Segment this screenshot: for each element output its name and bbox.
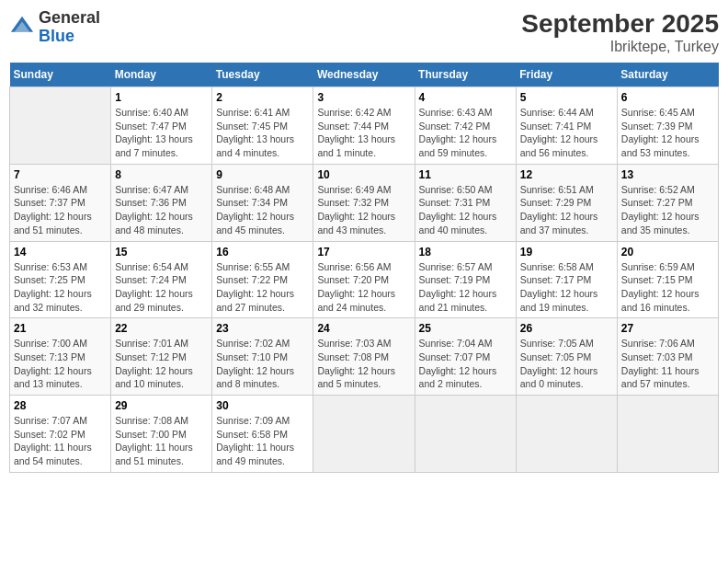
- weekday-header-sunday: Sunday: [10, 63, 111, 87]
- day-info: Sunrise: 7:00 AMSunset: 7:13 PMDaylight:…: [14, 337, 107, 391]
- day-info: Sunrise: 6:47 AMSunset: 7:36 PMDaylight:…: [115, 183, 208, 237]
- day-number: 6: [621, 91, 714, 104]
- weekday-header-saturday: Saturday: [617, 63, 718, 87]
- calendar-cell: 26Sunrise: 7:05 AMSunset: 7:05 PMDayligh…: [516, 318, 617, 396]
- day-number: 30: [216, 399, 309, 412]
- day-info: Sunrise: 6:46 AMSunset: 7:37 PMDaylight:…: [14, 183, 107, 237]
- calendar-cell: 22Sunrise: 7:01 AMSunset: 7:12 PMDayligh…: [111, 318, 212, 396]
- calendar-week-2: 7Sunrise: 6:46 AMSunset: 7:37 PMDaylight…: [10, 164, 719, 241]
- calendar-cell: 2Sunrise: 6:41 AMSunset: 7:45 PMDaylight…: [212, 87, 313, 165]
- weekday-header-friday: Friday: [516, 63, 617, 87]
- calendar-cell: 3Sunrise: 6:42 AMSunset: 7:44 PMDaylight…: [313, 87, 415, 165]
- day-info: Sunrise: 6:52 AMSunset: 7:27 PMDaylight:…: [621, 183, 714, 237]
- day-info: Sunrise: 6:58 AMSunset: 7:17 PMDaylight:…: [520, 260, 613, 315]
- calendar-cell: 6Sunrise: 6:45 AMSunset: 7:39 PMDaylight…: [617, 87, 718, 165]
- day-info: Sunrise: 6:51 AMSunset: 7:29 PMDaylight:…: [520, 183, 613, 237]
- day-number: 18: [419, 246, 512, 259]
- calendar-body: 1Sunrise: 6:40 AMSunset: 7:47 PMDaylight…: [10, 87, 719, 473]
- day-number: 27: [621, 322, 714, 335]
- day-info: Sunrise: 6:56 AMSunset: 7:20 PMDaylight:…: [317, 260, 410, 315]
- day-number: 28: [14, 399, 107, 412]
- calendar-week-1: 1Sunrise: 6:40 AMSunset: 7:47 PMDaylight…: [10, 87, 719, 165]
- calendar-cell: 8Sunrise: 6:47 AMSunset: 7:36 PMDaylight…: [111, 164, 212, 241]
- calendar-cell: 27Sunrise: 7:06 AMSunset: 7:03 PMDayligh…: [617, 318, 718, 396]
- weekday-header-tuesday: Tuesday: [212, 63, 313, 87]
- calendar-cell: 4Sunrise: 6:43 AMSunset: 7:42 PMDaylight…: [415, 87, 516, 165]
- calendar-week-4: 21Sunrise: 7:00 AMSunset: 7:13 PMDayligh…: [10, 318, 719, 396]
- calendar-table: SundayMondayTuesdayWednesdayThursdayFrid…: [9, 63, 719, 473]
- calendar-cell: [617, 396, 718, 473]
- calendar-cell: 14Sunrise: 6:53 AMSunset: 7:25 PMDayligh…: [10, 241, 111, 318]
- day-number: 5: [520, 91, 613, 104]
- weekday-header-thursday: Thursday: [415, 63, 516, 87]
- day-info: Sunrise: 6:54 AMSunset: 7:24 PMDaylight:…: [115, 260, 208, 315]
- title-block: September 2025 Ibriktepe, Turkey: [521, 9, 719, 55]
- day-info: Sunrise: 6:42 AMSunset: 7:44 PMDaylight:…: [317, 106, 410, 160]
- day-number: 3: [317, 91, 410, 104]
- day-number: 10: [317, 168, 410, 181]
- day-info: Sunrise: 6:49 AMSunset: 7:32 PMDaylight:…: [317, 183, 410, 237]
- logo: General Blue: [9, 9, 100, 46]
- day-number: 1: [115, 91, 208, 104]
- calendar-cell: 19Sunrise: 6:58 AMSunset: 7:17 PMDayligh…: [516, 241, 617, 318]
- day-number: 26: [520, 322, 613, 335]
- day-number: 11: [419, 168, 512, 181]
- day-info: Sunrise: 6:57 AMSunset: 7:19 PMDaylight:…: [419, 260, 512, 315]
- weekday-header-monday: Monday: [111, 63, 212, 87]
- day-number: 29: [115, 399, 208, 412]
- calendar-cell: 10Sunrise: 6:49 AMSunset: 7:32 PMDayligh…: [313, 164, 415, 241]
- day-number: 8: [115, 168, 208, 181]
- day-number: 7: [14, 168, 107, 181]
- calendar-cell: 1Sunrise: 6:40 AMSunset: 7:47 PMDaylight…: [111, 87, 212, 165]
- day-number: 14: [14, 246, 107, 259]
- calendar-cell: 20Sunrise: 6:59 AMSunset: 7:15 PMDayligh…: [617, 241, 718, 318]
- day-number: 12: [520, 168, 613, 181]
- day-info: Sunrise: 7:07 AMSunset: 7:02 PMDaylight:…: [14, 414, 107, 468]
- day-info: Sunrise: 6:45 AMSunset: 7:39 PMDaylight:…: [621, 106, 714, 160]
- day-info: Sunrise: 7:02 AMSunset: 7:10 PMDaylight:…: [216, 337, 309, 391]
- day-info: Sunrise: 7:06 AMSunset: 7:03 PMDaylight:…: [621, 337, 714, 391]
- day-info: Sunrise: 7:03 AMSunset: 7:08 PMDaylight:…: [317, 337, 410, 391]
- calendar-cell: [516, 396, 617, 473]
- page-subtitle: Ibriktepe, Turkey: [521, 39, 719, 55]
- day-number: 21: [14, 322, 107, 335]
- calendar-cell: 5Sunrise: 6:44 AMSunset: 7:41 PMDaylight…: [516, 87, 617, 165]
- calendar-cell: 18Sunrise: 6:57 AMSunset: 7:19 PMDayligh…: [415, 241, 516, 318]
- calendar-cell: 21Sunrise: 7:00 AMSunset: 7:13 PMDayligh…: [10, 318, 111, 396]
- day-info: Sunrise: 6:53 AMSunset: 7:25 PMDaylight:…: [14, 260, 107, 315]
- calendar-cell: 30Sunrise: 7:09 AMSunset: 6:58 PMDayligh…: [212, 396, 313, 473]
- day-info: Sunrise: 6:59 AMSunset: 7:15 PMDaylight:…: [621, 260, 714, 315]
- calendar-cell: 25Sunrise: 7:04 AMSunset: 7:07 PMDayligh…: [415, 318, 516, 396]
- calendar-cell: 15Sunrise: 6:54 AMSunset: 7:24 PMDayligh…: [111, 241, 212, 318]
- calendar-cell: 9Sunrise: 6:48 AMSunset: 7:34 PMDaylight…: [212, 164, 313, 241]
- calendar-cell: 13Sunrise: 6:52 AMSunset: 7:27 PMDayligh…: [617, 164, 718, 241]
- day-number: 9: [216, 168, 309, 181]
- day-number: 16: [216, 246, 309, 259]
- day-info: Sunrise: 6:55 AMSunset: 7:22 PMDaylight:…: [216, 260, 309, 315]
- calendar-cell: [415, 396, 516, 473]
- day-info: Sunrise: 6:48 AMSunset: 7:34 PMDaylight:…: [216, 183, 309, 237]
- day-number: 20: [621, 246, 714, 259]
- day-info: Sunrise: 7:04 AMSunset: 7:07 PMDaylight:…: [419, 337, 512, 391]
- page-title: September 2025: [521, 9, 719, 39]
- calendar-cell: 12Sunrise: 6:51 AMSunset: 7:29 PMDayligh…: [516, 164, 617, 241]
- calendar-cell: 7Sunrise: 6:46 AMSunset: 7:37 PMDaylight…: [10, 164, 111, 241]
- calendar-cell: 24Sunrise: 7:03 AMSunset: 7:08 PMDayligh…: [313, 318, 415, 396]
- calendar-cell: 29Sunrise: 7:08 AMSunset: 7:00 PMDayligh…: [111, 396, 212, 473]
- calendar-cell: 28Sunrise: 7:07 AMSunset: 7:02 PMDayligh…: [10, 396, 111, 473]
- calendar-week-5: 28Sunrise: 7:07 AMSunset: 7:02 PMDayligh…: [10, 396, 719, 473]
- day-info: Sunrise: 6:41 AMSunset: 7:45 PMDaylight:…: [216, 106, 309, 160]
- day-number: 24: [317, 322, 410, 335]
- calendar-cell: [313, 396, 415, 473]
- day-number: 13: [621, 168, 714, 181]
- day-info: Sunrise: 6:43 AMSunset: 7:42 PMDaylight:…: [419, 106, 512, 160]
- logo-blue-text: Blue: [39, 28, 100, 46]
- calendar-cell: 23Sunrise: 7:02 AMSunset: 7:10 PMDayligh…: [212, 318, 313, 396]
- calendar-cell: 16Sunrise: 6:55 AMSunset: 7:22 PMDayligh…: [212, 241, 313, 318]
- day-number: 23: [216, 322, 309, 335]
- day-number: 22: [115, 322, 208, 335]
- day-number: 25: [419, 322, 512, 335]
- calendar-week-3: 14Sunrise: 6:53 AMSunset: 7:25 PMDayligh…: [10, 241, 719, 318]
- day-info: Sunrise: 6:44 AMSunset: 7:41 PMDaylight:…: [520, 106, 613, 160]
- day-number: 19: [520, 246, 613, 259]
